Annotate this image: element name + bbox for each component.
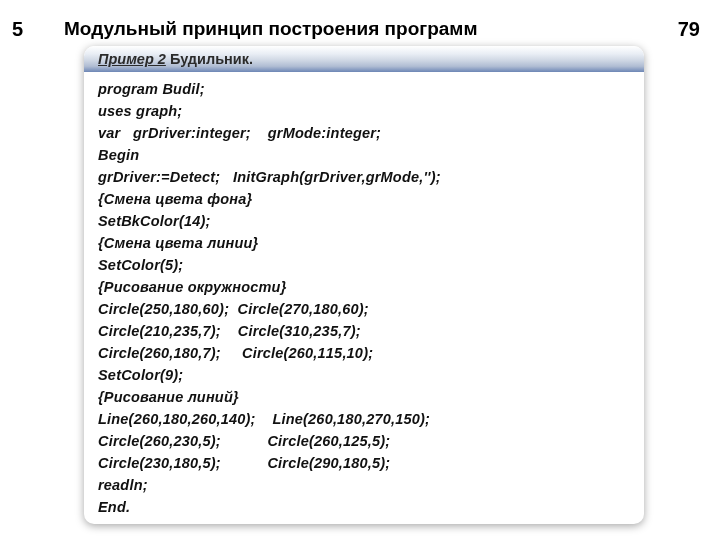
code-line: {Рисование окружности} bbox=[98, 276, 630, 298]
card-header: Пример 2 Будильник. bbox=[84, 46, 644, 72]
code-line: {Рисование линий} bbox=[98, 386, 630, 408]
code-line: {Смена цвета фона} bbox=[98, 188, 630, 210]
code-line: Circle(260,230,5); Circle(260,125,5); bbox=[98, 430, 630, 452]
code-line: Circle(260,180,7); Circle(260,115,10); bbox=[98, 342, 630, 364]
code-card: Пример 2 Будильник. program Budil;uses g… bbox=[84, 46, 644, 524]
code-line: Circle(250,180,60); Circle(270,180,60); bbox=[98, 298, 630, 320]
code-line: grDriver:=Detect; InitGraph(grDriver,grM… bbox=[98, 166, 630, 188]
right-slide-number: 79 bbox=[678, 18, 700, 41]
left-slide-number: 5 bbox=[12, 18, 23, 41]
code-line: var grDriver:integer; grMode:integer; bbox=[98, 122, 630, 144]
code-body: program Budil;uses graph;var grDriver:in… bbox=[84, 72, 644, 524]
slide-title: Модульный принцип построения программ bbox=[64, 18, 477, 40]
code-line: Begin bbox=[98, 144, 630, 166]
code-line: uses graph; bbox=[98, 100, 630, 122]
code-line: SetColor(9); bbox=[98, 364, 630, 386]
slide: 5 Модульный принцип построения программ … bbox=[0, 0, 720, 540]
code-line: SetColor(5); bbox=[98, 254, 630, 276]
example-title: Будильник. bbox=[166, 51, 253, 67]
code-line: readln; bbox=[98, 474, 630, 496]
example-label: Пример 2 bbox=[98, 51, 166, 67]
code-line: {Смена цвета линии} bbox=[98, 232, 630, 254]
code-line: SetBkColor(14); bbox=[98, 210, 630, 232]
code-line: program Budil; bbox=[98, 78, 630, 100]
code-line: End. bbox=[98, 496, 630, 518]
code-line: Circle(210,235,7); Circle(310,235,7); bbox=[98, 320, 630, 342]
code-line: Line(260,180,260,140); Line(260,180,270,… bbox=[98, 408, 630, 430]
code-line: Circle(230,180,5); Circle(290,180,5); bbox=[98, 452, 630, 474]
